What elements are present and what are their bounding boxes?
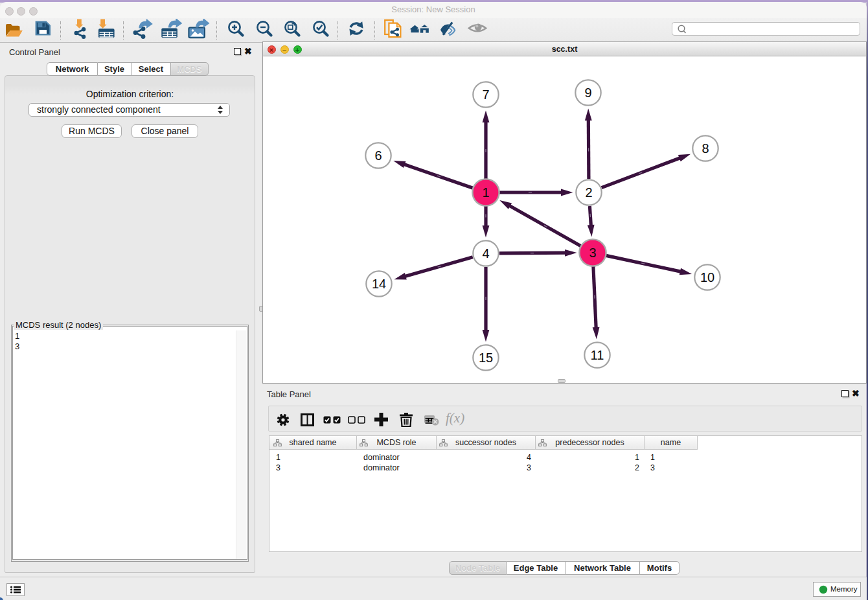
svg-text:2: 2 [585,185,592,200]
svg-text:10: 10 [700,270,714,284]
svg-text:4: 4 [482,246,489,260]
svg-text:8: 8 [702,141,709,156]
svg-text:14: 14 [372,277,386,291]
svg-text:6: 6 [374,148,382,163]
svg-text:15: 15 [479,351,493,365]
svg-text:7: 7 [482,87,489,102]
svg-text:3: 3 [589,246,596,260]
svg-text:1: 1 [482,185,489,200]
svg-text:11: 11 [591,348,604,362]
svg-text:9: 9 [584,86,591,100]
